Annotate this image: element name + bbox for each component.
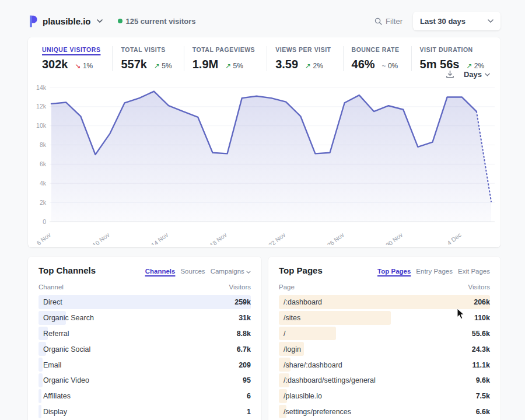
row-label: /login	[279, 345, 301, 354]
analytics-card: UNIQUE VISITORS 302k ↘ 1%TOTAL VISITS 55…	[28, 37, 501, 247]
svg-text:30 Nov: 30 Nov	[384, 231, 404, 245]
top-channels-card: Top Channels ChannelsSourcesCampaigns Ch…	[28, 257, 261, 420]
svg-text:2k: 2k	[40, 199, 47, 206]
table-row[interactable]: Display 1	[38, 404, 251, 420]
svg-text:10k: 10k	[36, 122, 47, 129]
download-icon[interactable]	[446, 70, 454, 79]
svg-text:14k: 14k	[36, 84, 47, 91]
row-label: Display	[38, 408, 67, 416]
row-value: 6.6k	[476, 408, 490, 416]
tab-top-pages[interactable]: Top Pages	[377, 268, 411, 275]
row-label: /sites	[279, 314, 300, 322]
svg-text:26 Nov: 26 Nov	[326, 231, 345, 245]
row-value: 11.1k	[472, 361, 490, 369]
metric-change: ↗ 2%	[466, 62, 484, 70]
metric-visit-duration[interactable]: VISIT DURATION 5m 56s ↗ 2%	[411, 46, 496, 71]
svg-text:0: 0	[43, 218, 46, 225]
channels-tabset: ChannelsSourcesCampaigns	[145, 268, 251, 275]
current-visitors[interactable]: 125 current visitors	[118, 17, 196, 26]
metrics-row: UNIQUE VISITORS 302k ↘ 1%TOTAL VISITS 55…	[28, 37, 501, 71]
row-label: Organic Video	[38, 376, 89, 384]
table-row[interactable]: Direct 259k	[38, 295, 251, 310]
live-dot-icon	[118, 19, 123, 23]
date-range-select[interactable]: Last 30 days	[413, 12, 501, 30]
filter-button[interactable]: Filter	[374, 17, 402, 26]
metric-views-per-visit[interactable]: VIEWS PER VISIT 3.59 ↗ 2%	[267, 46, 342, 71]
row-value: 31k	[239, 314, 251, 322]
top-pages-title: Top Pages	[279, 265, 323, 275]
row-label: /:dashboard/settings/general	[279, 376, 376, 384]
tab-campaigns[interactable]: Campaigns	[211, 268, 251, 275]
metric-bounce-rate[interactable]: BOUNCE RATE 46% ~ 0%	[343, 46, 411, 71]
table-row[interactable]: /:dashboard/settings/general 9.6k	[279, 373, 490, 388]
table-row[interactable]: /share/:dashboard 11.1k	[279, 357, 490, 373]
row-label: /:dashboard	[279, 298, 322, 306]
row-label: Referral	[38, 330, 69, 338]
metric-change: ~ 0%	[382, 62, 398, 70]
tab-channels[interactable]: Channels	[145, 268, 176, 275]
row-label: Direct	[38, 298, 62, 306]
mouse-cursor	[457, 308, 465, 320]
row-bar	[279, 327, 336, 341]
svg-text:22 Nov: 22 Nov	[267, 231, 287, 245]
row-value: 95	[243, 376, 251, 384]
table-row[interactable]: Email 209	[38, 357, 251, 373]
interval-label: Days	[464, 70, 482, 79]
filter-label: Filter	[386, 17, 402, 26]
metric-value: 1.9M	[192, 58, 218, 71]
metric-total-pageviews[interactable]: TOTAL PAGEVIEWS 1.9M ↗ 5%	[184, 46, 267, 71]
row-value: 9.6k	[476, 376, 490, 384]
chevron-down-icon	[485, 73, 490, 76]
svg-text:4 Dec: 4 Dec	[446, 231, 463, 245]
metric-change: ↗ 5%	[225, 62, 243, 70]
tab-sources[interactable]: Sources	[180, 268, 205, 275]
metric-value: 3.59	[275, 58, 298, 71]
svg-text:18 Nov: 18 Nov	[208, 231, 228, 245]
site-switcher[interactable]: plausible.io	[28, 15, 103, 27]
tab-entry-pages[interactable]: Entry Pages	[416, 268, 453, 275]
table-row[interactable]: Organic Social 6.7k	[38, 341, 251, 357]
tab-exit-pages[interactable]: Exit Pages	[458, 268, 490, 275]
table-row[interactable]: Referral 8.8k	[38, 326, 251, 342]
search-icon	[374, 18, 382, 25]
row-label: Email	[38, 361, 61, 369]
table-row[interactable]: Affiliates 6	[38, 388, 251, 404]
table-row[interactable]: Organic Video 95	[38, 373, 251, 388]
table-row[interactable]: /plausible.io 7.5k	[279, 388, 490, 404]
metric-unique-visitors[interactable]: UNIQUE VISITORS 302k ↘ 1%	[34, 46, 112, 71]
svg-text:10 Nov: 10 Nov	[91, 231, 111, 245]
pages-tabset: Top PagesEntry PagesExit Pages	[377, 268, 490, 275]
metric-label: TOTAL VISITS	[121, 46, 172, 53]
svg-text:8k: 8k	[40, 141, 47, 148]
row-value: 7.5k	[476, 392, 490, 400]
row-value: 259k	[235, 298, 251, 306]
table-row[interactable]: / 55.6k	[279, 326, 490, 342]
row-label: /settings/preferences	[279, 408, 351, 416]
table-row[interactable]: /login 24.3k	[279, 341, 490, 357]
metric-label: BOUNCE RATE	[352, 46, 400, 53]
table-row[interactable]: Organic Search 31k	[38, 310, 251, 326]
row-value: 206k	[474, 298, 490, 306]
metric-total-visits[interactable]: TOTAL VISITS 557k ↗ 5%	[112, 46, 183, 71]
table-row[interactable]: /settings/preferences 6.6k	[279, 404, 490, 420]
metric-label: TOTAL PAGEVIEWS	[192, 46, 255, 53]
pages-col-header: Page	[279, 284, 295, 290]
interval-select[interactable]: Days	[464, 70, 490, 79]
row-label: /	[279, 330, 285, 338]
chevron-down-icon	[246, 271, 251, 274]
svg-text:4k: 4k	[40, 180, 47, 187]
row-value: 209	[239, 361, 251, 369]
date-range-value: Last 30 days	[420, 17, 466, 26]
svg-text:12k: 12k	[36, 103, 47, 110]
row-label: /share/:dashboard	[279, 361, 342, 369]
metric-value: 46%	[352, 58, 375, 71]
top-channels-title: Top Channels	[38, 265, 96, 275]
top-pages-card: Top Pages Top PagesEntry PagesExit Pages…	[268, 257, 501, 420]
channels-visitors-header: Visitors	[229, 284, 251, 290]
row-bar	[38, 295, 251, 309]
visitors-chart[interactable]: 02k4k6k8k10k12k14k6 Nov10 Nov14 Nov18 No…	[32, 83, 498, 245]
row-value: 1	[247, 408, 251, 416]
channels-table: Direct 259k Organic Search 31k Referral …	[38, 295, 251, 419]
row-label: Organic Social	[38, 345, 90, 354]
svg-text:14 Nov: 14 Nov	[150, 231, 170, 245]
